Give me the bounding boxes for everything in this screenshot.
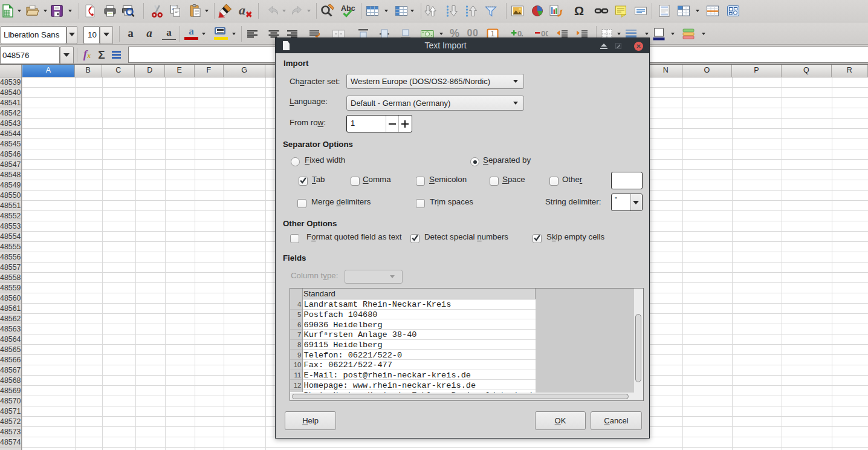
svg-text:1: 1 <box>491 30 495 38</box>
svg-text:Ω: Ω <box>574 4 584 18</box>
svg-text:0: 0 <box>517 29 522 38</box>
svg-text:00: 00 <box>541 29 548 38</box>
svg-text:a: a <box>239 4 245 18</box>
svg-text:Abc: Abc <box>341 4 355 13</box>
